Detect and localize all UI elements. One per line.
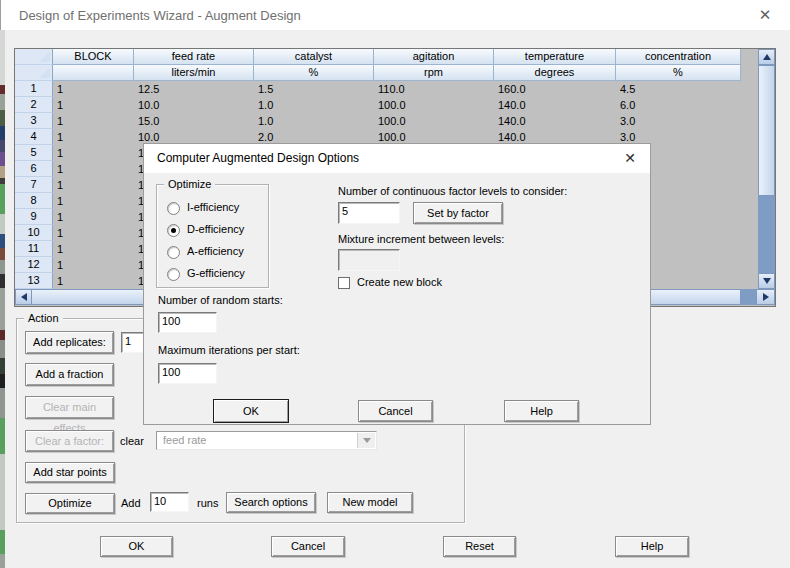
- radio-option[interactable]: G-efficiency: [167, 265, 264, 287]
- clear-main-effects-button[interactable]: Clear main effects: [25, 396, 114, 419]
- table-cell[interactable]: 1.0: [254, 113, 374, 129]
- radio-option[interactable]: D-efficiency: [167, 221, 264, 243]
- radio-icon[interactable]: [167, 246, 180, 259]
- row-number[interactable]: 3: [15, 113, 53, 129]
- table-cell[interactable]: 110.0: [374, 81, 494, 97]
- table-cell[interactable]: 1: [53, 97, 134, 113]
- table-cell[interactable]: 4.5: [616, 81, 741, 97]
- factor-dropdown[interactable]: feed rate: [156, 431, 377, 450]
- new-model-button[interactable]: New model: [327, 492, 413, 513]
- radio-icon[interactable]: [167, 202, 180, 215]
- table-cell[interactable]: 15.0: [134, 113, 254, 129]
- table-cell[interactable]: 1: [53, 113, 134, 129]
- table-cell[interactable]: 1: [53, 225, 134, 241]
- add-fraction-button[interactable]: Add a fraction: [25, 363, 114, 386]
- column-unit[interactable]: liters/min: [134, 65, 254, 81]
- footer-cancel-button[interactable]: Cancel: [271, 536, 345, 557]
- search-options-button[interactable]: Search options: [226, 492, 316, 513]
- table-cell[interactable]: 1: [53, 241, 134, 257]
- column-header[interactable]: agitation: [374, 49, 494, 65]
- clear-factor-button[interactable]: Clear a factor:: [25, 430, 114, 452]
- dialog-help-button[interactable]: Help: [504, 400, 579, 422]
- create-new-block-checkbox[interactable]: [338, 277, 350, 289]
- scroll-down-button[interactable]: [758, 273, 775, 289]
- table-cell[interactable]: 6.0: [616, 97, 741, 113]
- row-number[interactable]: 8: [15, 193, 53, 209]
- column-header[interactable]: BLOCK: [53, 49, 134, 65]
- dialog-close-icon[interactable]: ✕: [620, 149, 640, 167]
- radio-icon[interactable]: [167, 268, 180, 281]
- row-number[interactable]: 4: [15, 129, 53, 145]
- dialog-cancel-button[interactable]: Cancel: [358, 400, 433, 422]
- table-cell[interactable]: 1.0: [254, 97, 374, 113]
- column-header[interactable]: catalyst: [254, 49, 374, 65]
- table-cell[interactable]: 1: [53, 145, 134, 161]
- row-number[interactable]: 5: [15, 145, 53, 161]
- row-number[interactable]: 13: [15, 273, 53, 289]
- row-number[interactable]: 2: [15, 97, 53, 113]
- table-cell[interactable]: 100.0: [374, 97, 494, 113]
- table-cell[interactable]: 100.0: [374, 113, 494, 129]
- row-number[interactable]: 9: [15, 209, 53, 225]
- max-iterations-input[interactable]: 100: [158, 363, 217, 384]
- table-cell[interactable]: 160.0: [494, 81, 616, 97]
- radio-option[interactable]: A-efficiency: [167, 243, 264, 265]
- row-number[interactable]: 10: [15, 225, 53, 241]
- add-replicates-button[interactable]: Add replicates:: [25, 331, 114, 354]
- table-corner-cell[interactable]: [15, 65, 53, 81]
- footer-reset-button[interactable]: Reset: [443, 536, 516, 557]
- runs-input[interactable]: 10: [150, 492, 189, 512]
- column-unit[interactable]: %: [254, 65, 374, 81]
- table-cell[interactable]: 1: [53, 257, 134, 273]
- row-number[interactable]: 6: [15, 161, 53, 177]
- table-cell[interactable]: 1: [53, 177, 134, 193]
- table-row: 2110.01.0100.0140.06.0: [15, 97, 775, 113]
- table-cell[interactable]: 1: [53, 129, 134, 145]
- column-unit[interactable]: %: [616, 65, 741, 81]
- radio-option[interactable]: I-efficiency: [167, 199, 264, 221]
- row-number[interactable]: 11: [15, 241, 53, 257]
- random-starts-input[interactable]: 100: [158, 312, 217, 333]
- table-cell[interactable]: 140.0: [494, 97, 616, 113]
- window-close-icon[interactable]: ✕: [754, 5, 776, 25]
- table-filler: [741, 145, 758, 161]
- scroll-up-button[interactable]: [758, 49, 775, 65]
- scroll-right-button[interactable]: [756, 289, 775, 305]
- column-unit[interactable]: [53, 65, 134, 81]
- column-header[interactable]: concentration: [616, 49, 741, 65]
- vertical-scrollbar[interactable]: [758, 49, 775, 289]
- table-filler: [741, 49, 758, 65]
- row-number[interactable]: 7: [15, 177, 53, 193]
- table-cell[interactable]: 1: [53, 273, 134, 289]
- runs-label: runs: [197, 497, 218, 509]
- table-cell[interactable]: 1: [53, 81, 134, 97]
- dialog-ok-button[interactable]: OK: [213, 399, 289, 423]
- column-header[interactable]: temperature: [494, 49, 616, 65]
- mixture-input[interactable]: [338, 249, 400, 271]
- radio-selected-icon[interactable]: [167, 224, 180, 237]
- table-cell[interactable]: 1: [53, 161, 134, 177]
- table-cell[interactable]: 1: [53, 209, 134, 225]
- table-cell[interactable]: 12.5: [134, 81, 254, 97]
- column-unit[interactable]: rpm: [374, 65, 494, 81]
- footer-ok-button[interactable]: OK: [100, 536, 173, 557]
- optimize-groupbox: Optimize I-efficiencyD-efficiencyA-effic…: [156, 184, 269, 288]
- table-cell[interactable]: 3.0: [616, 113, 741, 129]
- row-number[interactable]: 1: [15, 81, 53, 97]
- dropdown-button[interactable]: [357, 433, 375, 448]
- levels-input[interactable]: 5: [338, 202, 400, 224]
- column-unit[interactable]: degrees: [494, 65, 616, 81]
- optimize-button[interactable]: Optimize: [25, 493, 115, 514]
- column-header[interactable]: feed rate: [134, 49, 254, 65]
- vertical-scrollbar-thumb[interactable]: [758, 65, 775, 196]
- table-cell[interactable]: 1.5: [254, 81, 374, 97]
- table-cell[interactable]: 10.0: [134, 97, 254, 113]
- add-star-points-button[interactable]: Add star points: [25, 462, 115, 483]
- table-corner-cell[interactable]: [15, 49, 53, 65]
- table-cell[interactable]: 140.0: [494, 113, 616, 129]
- row-number[interactable]: 12: [15, 257, 53, 273]
- footer-help-button[interactable]: Help: [615, 536, 689, 557]
- table-cell[interactable]: 1: [53, 193, 134, 209]
- set-by-factor-button[interactable]: Set by factor: [413, 202, 503, 224]
- scroll-left-button[interactable]: [15, 289, 32, 305]
